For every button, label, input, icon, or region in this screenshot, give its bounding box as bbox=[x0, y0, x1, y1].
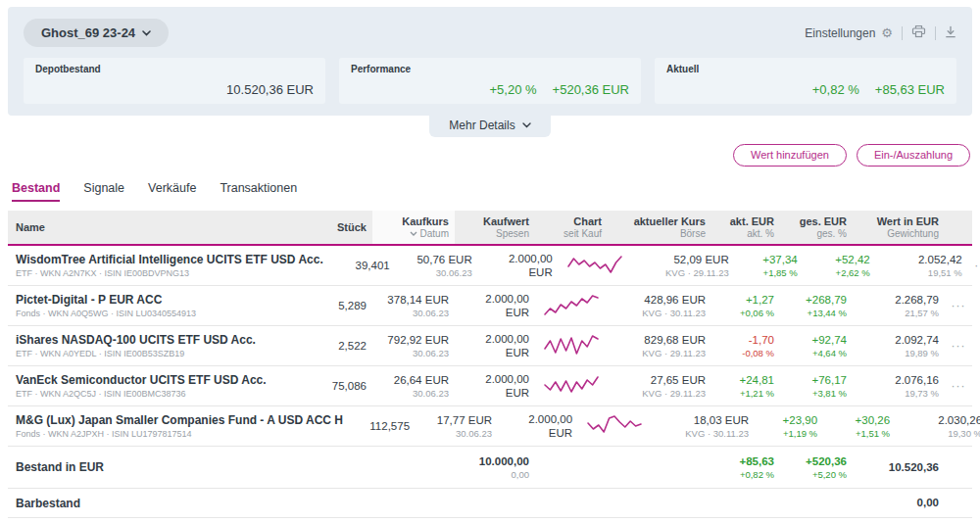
instrument-meta: ETF · WKN A2N7KX · ISIN IE00BDVPNG13 bbox=[16, 268, 323, 278]
gear-icon: ⚙ bbox=[881, 26, 893, 39]
summary-row-gesamtwert: Gesamtwert +520,36 10.520,36 bbox=[8, 518, 972, 524]
download-icon bbox=[945, 25, 956, 41]
ges-eur-cell: +30,26 +1,51 % bbox=[823, 413, 896, 439]
sparkline-chart[interactable] bbox=[535, 293, 608, 318]
col-header-aktueller-kurs[interactable]: aktueller Kurs Börse bbox=[608, 215, 711, 239]
aktueller-kurs-cell: 829,68 EUR KVG · 29.11.23 bbox=[608, 333, 711, 358]
chevron-down-icon bbox=[142, 30, 151, 36]
akt-eur-cell: +24,81 +1,21 % bbox=[711, 373, 780, 399]
instrument-name[interactable]: VanEck Semiconductor UCITS ETF USD Acc. bbox=[16, 373, 300, 387]
col-header-ges-eur[interactable]: ges. EUR ges. % bbox=[780, 215, 853, 239]
summary-barbestand-wert: 0,00 bbox=[853, 496, 945, 509]
toolbar-divider bbox=[935, 26, 936, 40]
table-row: M&G (Lux) Japan Smaller Companies Fund -… bbox=[8, 406, 972, 447]
ges-eur-cell: +268,79 +13,44 % bbox=[780, 293, 853, 318]
kaufkurs-cell: 26,64 EUR 30.06.23 bbox=[372, 373, 455, 399]
ges-eur-cell: +76,17 +3,81 % bbox=[780, 373, 853, 399]
portfolio-page: Ghost_69 23-24 Einstellungen ⚙ bbox=[0, 0, 980, 524]
kaufkurs-cell: 792,92 EUR 30.06.23 bbox=[372, 333, 455, 358]
akt-eur-cell: +37,34 +1,85 % bbox=[735, 253, 804, 278]
col-header-akt-eur[interactable]: akt. EUR akt. % bbox=[711, 215, 780, 239]
deposit-withdrawal-button[interactable]: Ein-/Auszahlung bbox=[857, 144, 970, 167]
stueck-cell: 2,522 bbox=[306, 339, 372, 353]
summary-cards: Depotbestand 10.520,36 EUR Performance +… bbox=[24, 58, 956, 104]
hero-top-row: Ghost_69 23-24 Einstellungen ⚙ bbox=[24, 19, 956, 47]
settings-button[interactable]: Einstellungen ⚙ bbox=[805, 26, 893, 40]
print-button[interactable] bbox=[911, 24, 926, 41]
tab-bestand[interactable]: Bestand bbox=[12, 181, 60, 202]
aktuell-value: +85,63 EUR bbox=[875, 82, 945, 97]
sparkline-chart[interactable] bbox=[578, 413, 651, 439]
performance-value: +520,36 EUR bbox=[553, 82, 629, 97]
kaufwert-cell: 2.000,00 EUR bbox=[498, 412, 578, 441]
table-body: WisdomTree Artificial Intelligence UCITS… bbox=[8, 246, 972, 447]
instrument-name-cell[interactable]: iShares NASDAQ-100 UCITS ETF USD Acc. ET… bbox=[8, 333, 306, 358]
summary-bestand-ges-eur: +520,36 +5,20 % bbox=[780, 454, 853, 480]
stueck-cell: 112,575 bbox=[349, 419, 416, 433]
summary-row-barbestand: Barbestand 0,00 bbox=[8, 489, 972, 518]
instrument-name[interactable]: M&G (Lux) Japan Smaller Companies Fund -… bbox=[16, 413, 343, 427]
row-menu-button[interactable]: ··· bbox=[945, 379, 972, 393]
row-menu-button[interactable]: ··· bbox=[945, 339, 972, 353]
more-details-row: Mehr Details bbox=[8, 116, 972, 137]
row-menu-button[interactable]: ··· bbox=[945, 299, 972, 312]
aktueller-kurs-cell: 52,09 EUR KVG · 29.11.23 bbox=[631, 253, 735, 278]
col-header-wert-in-eur[interactable]: Wert in EUR Gewichtung bbox=[853, 215, 945, 239]
sparkline-chart[interactable] bbox=[559, 253, 631, 278]
instrument-meta: ETF · WKN A2QC5J · ISIN IE00BMC38736 bbox=[16, 389, 300, 399]
table-row: WisdomTree Artificial Intelligence UCITS… bbox=[8, 246, 972, 286]
col-header-kaufkurs[interactable]: Kaufkurs Datum bbox=[372, 211, 455, 244]
instrument-name-cell[interactable]: M&G (Lux) Japan Smaller Companies Fund -… bbox=[8, 413, 349, 439]
instrument-name[interactable]: iShares NASDAQ-100 UCITS ETF USD Acc. bbox=[16, 333, 300, 347]
col-header-chart[interactable]: Chart seit Kauf bbox=[535, 215, 608, 239]
instrument-meta: Fonds · WKN A2JPXH · ISIN LU1797817514 bbox=[16, 429, 343, 439]
wert-cell: 2.092,74 19,89 % bbox=[853, 333, 945, 358]
printer-icon bbox=[911, 24, 926, 41]
kaufwert-cell: 2.000,00 EUR bbox=[455, 292, 535, 320]
add-value-button[interactable]: Wert hinzufügen bbox=[733, 144, 847, 167]
aktueller-kurs-cell: 18,03 EUR KVG · 30.11.23 bbox=[651, 413, 755, 439]
view-tabs: Bestand Signale Verkäufe Transaktionen bbox=[8, 167, 972, 202]
col-header-name[interactable]: Name bbox=[8, 221, 306, 233]
kaufkurs-cell: 378,14 EUR 30.06.23 bbox=[372, 293, 455, 318]
instrument-name[interactable]: Pictet-Digital - P EUR ACC bbox=[16, 293, 300, 307]
col-header-stueck[interactable]: Stück bbox=[306, 221, 372, 233]
akt-eur-cell: +23,90 +1,19 % bbox=[755, 413, 823, 439]
sparkline-chart[interactable] bbox=[535, 373, 608, 399]
row-menu-button[interactable]: ··· bbox=[968, 259, 980, 272]
summary-barbestand-label: Barbestand bbox=[8, 497, 306, 510]
portfolio-selector[interactable]: Ghost_69 23-24 bbox=[24, 19, 169, 47]
aktueller-kurs-cell: 428,96 EUR KVG · 30.11.23 bbox=[608, 293, 711, 318]
instrument-name-cell[interactable]: Pictet-Digital - P EUR ACC Fonds · WKN A… bbox=[8, 293, 306, 318]
kaufkurs-cell: 50,76 EUR 30.06.23 bbox=[396, 253, 478, 278]
tab-signale[interactable]: Signale bbox=[83, 181, 124, 202]
tab-verkaeufe[interactable]: Verkäufe bbox=[148, 181, 196, 202]
col-header-kaufwert[interactable]: Kaufwert Spesen bbox=[455, 215, 535, 239]
performance-label: Performance bbox=[351, 64, 629, 74]
instrument-name-cell[interactable]: VanEck Semiconductor UCITS ETF USD Acc. … bbox=[8, 373, 306, 399]
portfolio-name: Ghost_69 23-24 bbox=[41, 25, 135, 40]
aktuell-percent: +0,82 % bbox=[812, 82, 859, 97]
toolbar-divider bbox=[902, 26, 903, 40]
kaufwert-cell: 2.000,00 EUR bbox=[478, 252, 559, 280]
wert-cell: 2.030,26 19,30 % bbox=[896, 413, 980, 439]
download-button[interactable] bbox=[945, 25, 956, 41]
kaufkurs-cell: 17,77 EUR 30.06.23 bbox=[416, 413, 498, 439]
stueck-cell: 39,401 bbox=[329, 259, 396, 272]
stueck-cell: 75,086 bbox=[306, 379, 372, 393]
more-details-button[interactable]: Mehr Details bbox=[429, 116, 550, 137]
aktueller-kurs-cell: 27,65 EUR KVG · 29.11.23 bbox=[608, 373, 711, 399]
portfolio-summary-panel: Ghost_69 23-24 Einstellungen ⚙ bbox=[8, 7, 972, 116]
sparkline-chart[interactable] bbox=[535, 333, 608, 358]
wert-cell: 2.268,79 21,57 % bbox=[853, 293, 945, 318]
summary-bestand-label: Bestand in EUR bbox=[8, 460, 306, 474]
sort-chevron-down-icon bbox=[410, 231, 417, 236]
akt-eur-cell: +1,27 +0,06 % bbox=[711, 293, 780, 318]
instrument-name-cell[interactable]: WisdomTree Artificial Intelligence UCITS… bbox=[8, 253, 329, 278]
table-header: Name Stück Kaufkurs Datum Kaufwert Spese… bbox=[8, 211, 972, 246]
instrument-name[interactable]: WisdomTree Artificial Intelligence UCITS… bbox=[16, 253, 323, 266]
tab-transaktionen[interactable]: Transaktionen bbox=[220, 181, 297, 202]
aktuell-label: Aktuell bbox=[666, 64, 945, 74]
wert-cell: 2.076,16 19,73 % bbox=[853, 373, 945, 399]
more-details-label: Mehr Details bbox=[449, 119, 514, 132]
